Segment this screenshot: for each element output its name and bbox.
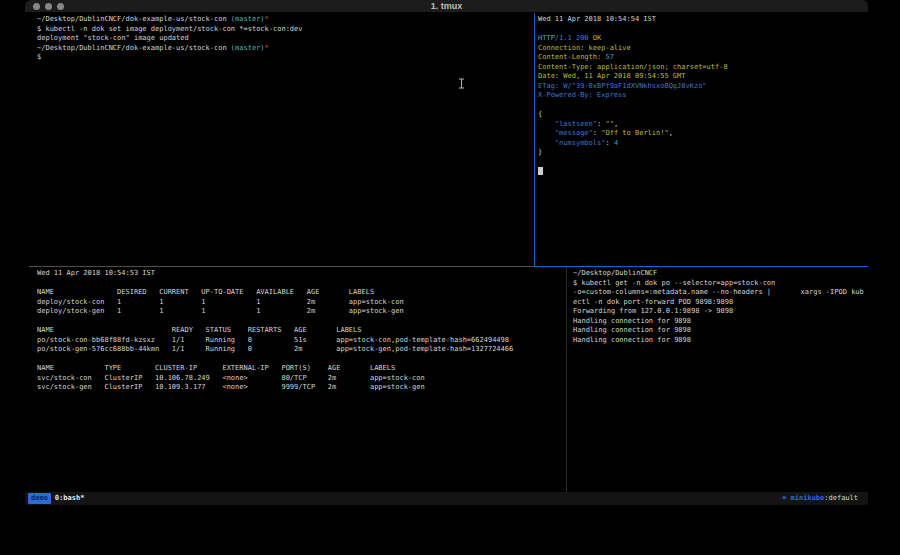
desktop-background: 1. tmux ~/Desktop/DublinCNCF/dok-example… xyxy=(0,0,900,555)
kube-context-name: minikube xyxy=(791,494,825,502)
kube-context-status: ☸ minikube:default xyxy=(782,492,858,505)
mouse-cursor-ibeam xyxy=(458,74,465,85)
pane-top-right[interactable]: Wed 11 Apr 2018 10:54:54 IST HTTP/1.1 20… xyxy=(535,13,868,266)
kube-namespace: :default xyxy=(824,494,858,502)
title-bar[interactable]: 1. tmux xyxy=(25,0,868,13)
tmux-status-bar: demo 0:bash* ☸ minikube:default xyxy=(25,492,868,505)
terminal-body: ~/Desktop/DublinCNCF/dok-example-us/stoc… xyxy=(25,13,868,492)
window-title: 1. tmux xyxy=(25,1,868,11)
status-window-item[interactable]: 0:bash* xyxy=(55,492,85,505)
pane-bottom-right[interactable]: ~/Desktop/DublinCNCF$ kubectl get -n dok… xyxy=(567,267,868,492)
pane-top-left[interactable]: ~/Desktop/DublinCNCF/dok-example-us/stoc… xyxy=(25,13,534,266)
session-name-badge: demo xyxy=(28,493,51,504)
kubernetes-helm-icon: ☸ xyxy=(782,494,786,502)
terminal-window: 1. tmux ~/Desktop/DublinCNCF/dok-example… xyxy=(25,0,868,505)
status-bar-left: demo 0:bash* xyxy=(28,492,84,505)
pane-bottom-left[interactable]: Wed 11 Apr 2018 10:54:53 IST NAME DESIRE… xyxy=(25,267,566,492)
